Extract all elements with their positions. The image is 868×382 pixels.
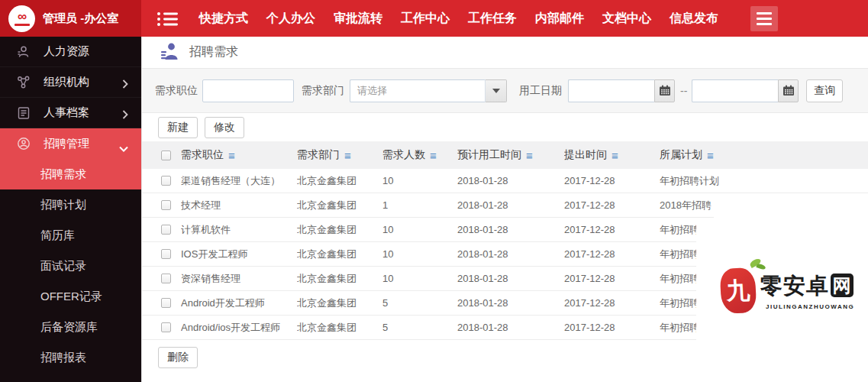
column-header-expected-date[interactable]: 预计用工时间≡ xyxy=(457,148,564,162)
row-checkbox-cell xyxy=(161,176,181,186)
row-checkbox[interactable] xyxy=(161,274,171,283)
sidebar-item-hr[interactable]: 人力资源 xyxy=(0,37,141,67)
row-checkbox[interactable] xyxy=(161,298,171,308)
date-from-input[interactable] xyxy=(568,79,654,102)
nav-item-document-center[interactable]: 文档中心 xyxy=(602,11,651,27)
table-cell: 2018-01-28 xyxy=(457,322,564,333)
sidebar-sub-offer-records[interactable]: OFFER记录 xyxy=(0,281,141,312)
row-checkbox-cell xyxy=(161,274,181,283)
nav-item-work-tasks[interactable]: 工作任务 xyxy=(468,11,517,27)
row-checkbox-cell xyxy=(161,200,181,210)
column-header-position[interactable]: 需求职位≡ xyxy=(181,148,297,162)
watermark-brand-text: 零安卓网 xyxy=(760,271,853,302)
table-cell: 2017-12-28 xyxy=(564,175,660,186)
sort-icon[interactable]: ≡ xyxy=(430,149,437,162)
table-cell: 渠道销售经理（大连） xyxy=(181,174,297,188)
person-icon xyxy=(16,44,31,60)
row-checkbox[interactable] xyxy=(161,200,171,210)
table-cell: 10 xyxy=(382,224,457,235)
arrow-down-icon xyxy=(492,89,500,93)
search-button[interactable]: 查询 xyxy=(806,79,843,102)
column-header-submit-date[interactable]: 提出时间≡ xyxy=(564,148,660,162)
sidebar-sub-recruit-reports[interactable]: 招聘报表 xyxy=(0,342,141,373)
sidebar-sub-recruit-demand[interactable]: 招聘需求 xyxy=(0,159,141,189)
sidebar-item-personnel-files[interactable]: 人事档案 xyxy=(0,98,141,128)
table-header-row: 需求职位≡ 需求部门≡ 需求人数≡ 预计用工时间≡ 提出时间≡ 所属计划≡ xyxy=(142,141,868,169)
edit-button[interactable]: 修改 xyxy=(205,117,244,138)
sort-icon[interactable]: ≡ xyxy=(344,149,351,162)
sort-icon[interactable]: ≡ xyxy=(707,149,714,162)
table-cell: Android开发工程师 xyxy=(181,296,297,310)
column-header-plan[interactable]: 所属计划≡ xyxy=(660,148,868,162)
table-cell: 1 xyxy=(382,199,457,211)
sidebar-item-label: 人力资源 xyxy=(44,44,89,59)
table-row[interactable]: 渠道销售经理（大连）北京金鑫集团102018-01-282017-12-28年初… xyxy=(142,169,868,193)
date-range-separator: -- xyxy=(680,85,687,97)
dept-select-value: 请选择 xyxy=(350,79,486,102)
sort-icon[interactable]: ≡ xyxy=(611,149,618,162)
archive-file-icon xyxy=(16,105,31,121)
sort-icon[interactable]: ≡ xyxy=(228,149,235,162)
sidebar-sub-interview-records[interactable]: 面试记录 xyxy=(0,251,141,281)
menu-list-icon[interactable] xyxy=(156,10,180,31)
recruit-badge-icon xyxy=(16,136,31,151)
logo-infinity-icon: ∞ xyxy=(18,11,26,22)
org-structure-icon xyxy=(16,75,31,90)
watermark-net-box: 网 xyxy=(831,274,853,297)
table-cell: 计算机软件 xyxy=(181,223,297,237)
sidebar-item-label: 人事档案 xyxy=(44,105,89,120)
table-cell: 10 xyxy=(382,248,457,260)
table-cell: 北京金鑫集团 xyxy=(297,321,382,335)
sidebar-item-org[interactable]: 组织机构 xyxy=(0,67,141,98)
row-checkbox[interactable] xyxy=(161,225,171,235)
table-cell: 2018-01-28 xyxy=(457,297,564,309)
new-button[interactable]: 新建 xyxy=(158,117,198,138)
row-checkbox-cell xyxy=(161,298,181,308)
select-all-checkbox[interactable] xyxy=(161,151,171,160)
nav-item-internal-mail[interactable]: 内部邮件 xyxy=(535,11,584,27)
table-cell: 2018-01-28 xyxy=(457,273,564,284)
nav-item-work-center[interactable]: 工作中心 xyxy=(401,11,450,27)
table-cell: 2017-12-28 xyxy=(564,297,660,309)
date-filter-label: 用工日期 xyxy=(519,84,562,98)
page-title-person-icon xyxy=(160,41,179,64)
calendar-icon[interactable] xyxy=(778,79,799,102)
watermark: 九 零安卓网 JIULINGANZHUOWANG xyxy=(718,258,851,325)
table-cell: 2017-12-28 xyxy=(564,199,660,211)
column-header-dept[interactable]: 需求部门≡ xyxy=(297,148,382,162)
hamburger-menu-icon[interactable] xyxy=(750,6,778,31)
table-cell: 2017-12-28 xyxy=(564,248,660,260)
sidebar-sub-reserve-pool[interactable]: 后备资源库 xyxy=(0,312,141,342)
row-checkbox[interactable] xyxy=(161,322,171,332)
table-cell: 年初招聘计划 xyxy=(660,174,868,188)
dept-select[interactable]: 请选择 xyxy=(350,79,507,102)
column-header-headcount[interactable]: 需求人数≡ xyxy=(382,148,457,162)
app-logo[interactable]: ∞ xyxy=(8,5,35,32)
chevron-right-icon xyxy=(122,108,128,121)
row-checkbox[interactable] xyxy=(161,249,171,259)
nav-item-shortcuts[interactable]: 快捷方式 xyxy=(199,11,248,27)
sidebar-item-recruit-mgmt[interactable]: 招聘管理 xyxy=(0,128,141,159)
date-from-wrap xyxy=(568,79,675,102)
table-cell: 北京金鑫集团 xyxy=(297,174,382,188)
sort-icon[interactable]: ≡ xyxy=(526,149,533,162)
nav-item-approval-flow[interactable]: 审批流转 xyxy=(334,11,382,27)
top-nav: 快捷方式 个人办公 审批流转 工作中心 工作任务 内部邮件 文档中心 信息发布 xyxy=(199,0,718,37)
table-cell: 北京金鑫集团 xyxy=(297,223,382,237)
table-cell: 5 xyxy=(382,322,457,333)
row-checkbox[interactable] xyxy=(161,176,171,186)
sidebar-sub-recruit-plan[interactable]: 招聘计划 xyxy=(0,189,141,220)
delete-button[interactable]: 删除 xyxy=(158,347,198,368)
table-cell: IOS开发工程师 xyxy=(181,248,297,261)
nav-item-info-publish[interactable]: 信息发布 xyxy=(670,11,718,27)
calendar-icon[interactable] xyxy=(654,79,675,102)
date-to-input[interactable] xyxy=(692,79,778,102)
position-input[interactable] xyxy=(202,79,294,102)
table-cell: 北京金鑫集团 xyxy=(297,272,382,286)
nav-item-personal-office[interactable]: 个人办公 xyxy=(266,11,315,27)
sidebar-sub-resume-library[interactable]: 简历库 xyxy=(0,220,141,251)
table-cell: 2017-12-28 xyxy=(564,224,660,235)
dropdown-arrow-button[interactable] xyxy=(486,79,507,102)
chevron-right-icon xyxy=(122,78,128,91)
sidebar: 人力资源 组织机构 人事档案 招聘管理 xyxy=(0,37,141,382)
